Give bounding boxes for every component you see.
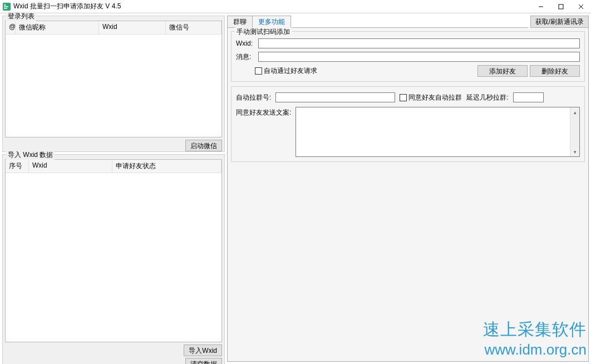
maximize-button[interactable] — [551, 0, 571, 13]
login-list-label: 登录列表 — [6, 12, 36, 21]
agree-auto-checkbox[interactable] — [400, 94, 407, 101]
auto-group-input[interactable] — [275, 92, 395, 102]
wxid-label: Wxid: — [236, 40, 256, 47]
tab-content: 手动测试扫码添加 Wxid: 消息: 自动通过好友请求 添加好友 — [227, 28, 589, 362]
import-data-label: 导入 Wxid 数据 — [6, 150, 55, 160]
clear-data-button[interactable]: 清空数据 — [185, 358, 222, 364]
agree-send-textarea[interactable] — [296, 107, 570, 156]
delay-label: 延迟几秒拉群: — [466, 93, 508, 102]
col-wxhao[interactable]: 微信号 — [166, 21, 221, 34]
agree-send-label: 同意好友发送文案: — [236, 107, 291, 117]
auto-pass-checkbox[interactable] — [255, 67, 262, 75]
login-table[interactable]: @ 微信昵称 Wxid 微信号 — [5, 21, 222, 137]
col-nick[interactable]: 微信昵称 — [16, 21, 99, 34]
window-title: Wxid 批量扫一扫申请添加好友 V 4.5 — [13, 2, 531, 11]
window-controls — [531, 0, 591, 13]
auto-group: 自动拉群号: 同意好友自动拉群 延迟几秒拉群: 同意好友发送文案: ▴ — [231, 86, 585, 162]
svg-rect-2 — [559, 4, 563, 9]
wxid-input[interactable] — [258, 38, 580, 48]
msg-input[interactable] — [258, 52, 580, 62]
msg-label: 消息: — [236, 52, 256, 62]
close-button[interactable] — [571, 0, 591, 13]
app-icon — [2, 2, 11, 11]
col-seq[interactable]: 序号 — [6, 160, 29, 173]
launch-wechat-button[interactable]: 启动微信 — [185, 140, 222, 151]
manual-test-label: 手动测试扫码添加 — [235, 27, 292, 37]
manual-test-group: 手动测试扫码添加 Wxid: 消息: 自动通过好友请求 添加好友 — [231, 31, 585, 82]
import-wxid-button[interactable]: 导入Wxid — [184, 345, 222, 356]
textarea-scrollbar[interactable]: ▴ ▾ — [570, 107, 579, 156]
login-table-head: @ 微信昵称 Wxid 微信号 — [6, 21, 221, 35]
refresh-contacts-button[interactable]: 获取/刷新通讯录 — [530, 16, 589, 28]
delay-input[interactable] — [513, 92, 544, 102]
col-wxid[interactable]: Wxid — [99, 21, 166, 34]
login-list-group: 登录列表 @ 微信昵称 Wxid 微信号 启动微信 — [2, 16, 225, 152]
agree-auto-label: 同意好友自动拉群 — [408, 93, 462, 102]
import-table[interactable]: 序号 Wxid 申请好友状态 — [5, 159, 222, 342]
import-table-body[interactable] — [6, 173, 221, 342]
scroll-up-icon[interactable]: ▴ — [570, 107, 579, 117]
auto-pass-label: 自动通过好友请求 — [264, 66, 317, 76]
tab-more-functions[interactable]: 更多功能 — [252, 16, 291, 28]
scroll-down-icon[interactable]: ▾ — [570, 147, 579, 156]
col-at[interactable]: @ — [6, 21, 16, 34]
import-data-group: 导入 Wxid 数据 序号 Wxid 申请好友状态 导入Wxid 清空数据 开始… — [2, 154, 225, 364]
delete-friend-button[interactable]: 删除好友 — [530, 65, 580, 77]
tab-group-chat[interactable]: 群聊 — [227, 16, 253, 27]
col-status[interactable]: 申请好友状态 — [112, 160, 221, 173]
tabs: 群聊 更多功能 — [227, 16, 528, 28]
auto-group-label: 自动拉群号: — [236, 93, 271, 102]
col-import-wxid[interactable]: Wxid — [29, 160, 112, 173]
titlebar: Wxid 批量扫一扫申请添加好友 V 4.5 — [0, 0, 591, 13]
import-table-head: 序号 Wxid 申请好友状态 — [6, 160, 221, 173]
login-table-body[interactable] — [6, 35, 221, 137]
add-friend-button[interactable]: 添加好友 — [477, 65, 528, 77]
minimize-button[interactable] — [531, 0, 551, 13]
